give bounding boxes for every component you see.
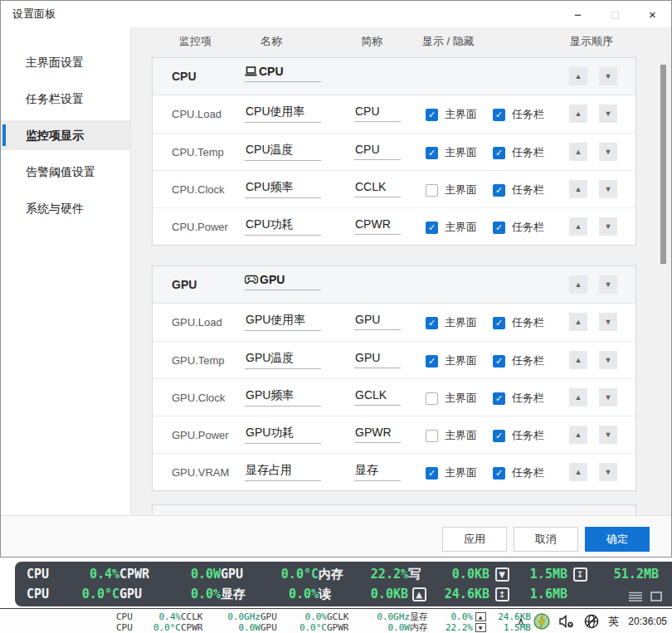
checkbox-icon[interactable]: ✓: [493, 317, 505, 329]
show-on-main-checkbox[interactable]: ✓主界面: [426, 353, 477, 368]
row-move-up-button[interactable]: ▲: [569, 217, 587, 236]
checkbox-icon[interactable]: ✓: [493, 109, 505, 121]
section-move-up-button[interactable]: ▲: [569, 275, 587, 294]
row-move-up-button[interactable]: ▲: [569, 180, 587, 198]
row-move-down-button[interactable]: ▼: [599, 217, 617, 236]
show-on-main-checkbox[interactable]: 主界面: [426, 428, 477, 443]
show-on-taskbar-checkbox[interactable]: ✓任务栏: [493, 465, 544, 480]
row-move-up-button[interactable]: ▲: [569, 351, 587, 369]
name-input[interactable]: [245, 144, 321, 161]
name-input[interactable]: [245, 389, 321, 407]
section-move-up-button[interactable]: ▲: [569, 67, 587, 85]
apply-button[interactable]: 应用: [442, 527, 507, 552]
short-name-input[interactable]: [354, 180, 401, 197]
ok-button[interactable]: 确定: [585, 527, 650, 552]
checkbox-icon[interactable]: ✓: [426, 355, 438, 368]
row-move-down-button[interactable]: ▼: [599, 426, 617, 444]
tray-overflow-chevron-icon[interactable]: ∧: [517, 616, 524, 627]
checkbox-icon[interactable]: ✓: [426, 109, 438, 121]
row-move-down-button[interactable]: ▼: [599, 143, 617, 161]
show-on-main-checkbox[interactable]: ✓主界面: [426, 107, 477, 122]
short-name-input[interactable]: [354, 464, 401, 481]
name-input[interactable]: [245, 426, 321, 444]
row-move-up-button[interactable]: ▲: [569, 388, 587, 407]
name-input[interactable]: [245, 218, 321, 236]
short-name-input[interactable]: [354, 388, 401, 406]
taskbar-monitor-widget[interactable]: CPU0.4%CCLK0.0GHzGPU0.0%GCLK0.0GHz显存0.0%…: [116, 611, 531, 632]
titlebar[interactable]: 设置面板 − □ ×: [1, 1, 671, 27]
network-globe-icon[interactable]: [584, 614, 599, 629]
checkbox-icon[interactable]: ✓: [426, 222, 438, 234]
short-name-input[interactable]: [354, 217, 401, 235]
section-name-input[interactable]: [260, 273, 309, 286]
sidebar-item-inactive[interactable]: 主界面设置: [1, 47, 130, 77]
checkbox-icon[interactable]: ✓: [493, 430, 505, 442]
short-name-input[interactable]: [354, 313, 401, 330]
scrollbar-thumb[interactable]: [660, 65, 666, 264]
ime-language-indicator[interactable]: 英: [608, 614, 619, 629]
taskbar-clock[interactable]: 20:36:05: [628, 616, 667, 627]
sidebar-item-inactive[interactable]: 任务栏设置: [1, 84, 130, 114]
checkbox-icon[interactable]: ✓: [426, 317, 438, 329]
checkbox-icon[interactable]: ✓: [493, 355, 505, 368]
short-name-input[interactable]: [354, 351, 401, 368]
row-move-up-button[interactable]: ▲: [569, 143, 587, 161]
short-name-input[interactable]: [354, 105, 401, 122]
row-move-down-button[interactable]: ▼: [599, 463, 617, 481]
name-input[interactable]: [245, 464, 321, 481]
name-input[interactable]: [245, 105, 321, 123]
checkbox-icon[interactable]: [426, 184, 438, 197]
checkbox-icon[interactable]: ✓: [426, 147, 438, 159]
checkbox-icon[interactable]: ✓: [493, 392, 505, 405]
checkbox-icon[interactable]: ✓: [493, 147, 505, 159]
show-on-taskbar-checkbox[interactable]: ✓任务栏: [493, 183, 544, 197]
show-on-taskbar-checkbox[interactable]: ✓任务栏: [493, 107, 544, 122]
checkbox-icon[interactable]: [426, 430, 438, 442]
close-button[interactable]: ×: [634, 1, 671, 27]
cancel-button[interactable]: 取消: [514, 527, 578, 552]
short-name-input[interactable]: [354, 426, 401, 443]
show-on-taskbar-checkbox[interactable]: ✓任务栏: [493, 145, 544, 160]
checkbox-icon[interactable]: ✓: [493, 467, 505, 480]
section-name-input[interactable]: [259, 65, 309, 78]
show-on-taskbar-checkbox[interactable]: ✓任务栏: [493, 428, 544, 443]
row-move-up-button[interactable]: ▲: [569, 426, 587, 444]
row-move-up-button[interactable]: ▲: [569, 463, 587, 481]
name-input[interactable]: [245, 181, 321, 198]
section-move-down-button[interactable]: ▼: [599, 275, 617, 294]
floating-monitor-bar[interactable]: CPU0.4%CPWR0.0WGPU0.0°C内存22.2%写0.0KB▼1.5…: [15, 562, 672, 606]
row-move-down-button[interactable]: ▼: [599, 351, 617, 369]
checkbox-icon[interactable]: ✓: [426, 467, 438, 480]
section-move-down-button[interactable]: ▼: [599, 67, 617, 85]
show-on-main-checkbox[interactable]: 主界面: [426, 183, 477, 197]
name-input[interactable]: [245, 352, 321, 369]
sidebar-item-active[interactable]: 监控项显示: [1, 120, 130, 150]
row-move-down-button[interactable]: ▼: [599, 180, 617, 198]
checkbox-icon[interactable]: [426, 392, 438, 405]
show-on-main-checkbox[interactable]: ✓主界面: [426, 220, 477, 235]
row-move-down-button[interactable]: ▼: [599, 388, 617, 407]
show-on-main-checkbox[interactable]: ✓主界面: [426, 315, 477, 330]
show-on-taskbar-checkbox[interactable]: ✓任务栏: [493, 353, 544, 368]
show-on-taskbar-checkbox[interactable]: ✓任务栏: [493, 220, 544, 235]
sidebar-item-inactive[interactable]: 系统与硬件: [1, 193, 130, 223]
row-move-down-button[interactable]: ▼: [599, 313, 617, 331]
row-move-down-button[interactable]: ▼: [599, 105, 617, 123]
show-on-taskbar-checkbox[interactable]: ✓任务栏: [493, 391, 544, 406]
name-input[interactable]: [245, 314, 321, 331]
menu-icon[interactable]: [629, 592, 642, 601]
checkbox-icon[interactable]: ✓: [493, 222, 505, 234]
expand-window-icon[interactable]: [650, 592, 662, 601]
monitor-app-tray-icon[interactable]: [533, 613, 550, 630]
minimize-button[interactable]: −: [559, 1, 597, 27]
row-move-up-button[interactable]: ▲: [569, 313, 587, 331]
volume-muted-icon[interactable]: [559, 615, 575, 628]
checkbox-icon[interactable]: ✓: [493, 184, 505, 197]
show-on-taskbar-checkbox[interactable]: ✓任务栏: [493, 315, 544, 330]
show-on-main-checkbox[interactable]: 主界面: [426, 391, 477, 406]
show-on-main-checkbox[interactable]: ✓主界面: [426, 465, 477, 480]
sidebar-item-inactive[interactable]: 告警阈值设置: [1, 157, 130, 187]
maximize-button[interactable]: □: [597, 1, 634, 27]
row-move-up-button[interactable]: ▲: [569, 105, 587, 123]
show-on-main-checkbox[interactable]: ✓主界面: [426, 145, 477, 160]
